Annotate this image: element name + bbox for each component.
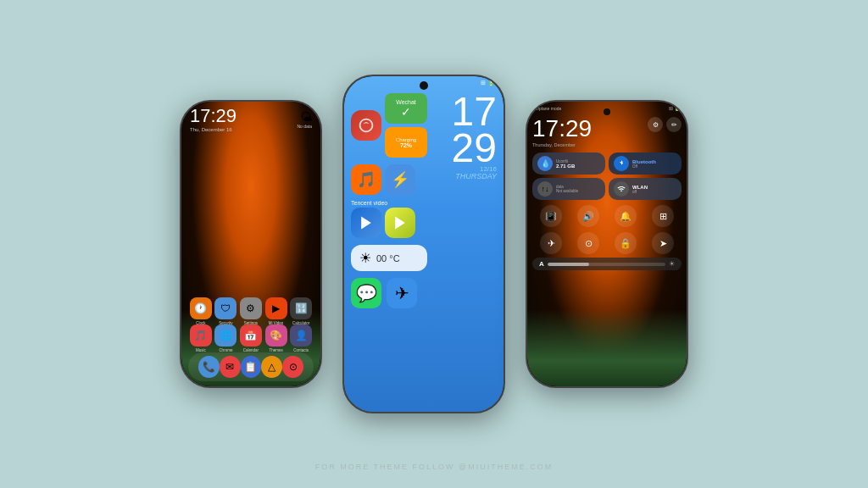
uconfii-tile[interactable]: 💧 Uconfii 2.71 GB [532, 152, 605, 175]
svg-marker-1 [395, 217, 405, 230]
app-themes[interactable]: 🎨 Themes [265, 324, 287, 352]
settings-icon: ⚙ [240, 297, 262, 319]
telegram-icon[interactable]: ✈ [387, 278, 417, 308]
left-status-bar: 17:29 Thu, December 16 🌤 No data [181, 102, 320, 134]
tencent-section: Tencent video [351, 200, 497, 238]
center-screen: ⊞ 🔋 Wechat ✓ [344, 76, 504, 412]
left-screen: 17:29 Thu, December 16 🌤 No data 🕐 Clock… [181, 102, 320, 386]
app-security[interactable]: 🛡 Security [214, 297, 236, 325]
dock-notes[interactable]: 📋 [241, 356, 262, 378]
app-settings[interactable]: ⚙ Settings [240, 297, 262, 325]
uconfii-icon: 💧 [537, 156, 553, 171]
widget-app-column: Wechat ✓ Charging 72% 🎵 ⚡ [351, 93, 447, 195]
center-status-bar: ⊞ 🔋 [481, 80, 495, 86]
watermark: FOR MORE THEME FOLLOW @MIUITHEME.COM [315, 463, 553, 471]
dock: 📞 ✉ 📋 △ ⊙ [188, 352, 314, 381]
data-icon: ↑↓ [537, 181, 553, 197]
app-blue[interactable]: ⚡ [385, 164, 415, 195]
quick-icons-row1: 📳 🔊 🔔 ⊞ [532, 205, 682, 227]
right-camera [604, 108, 610, 115]
weather-text: No data [297, 124, 312, 129]
app-calculator[interactable]: 🔢 Calculator [290, 297, 312, 325]
bluetooth-icon [614, 156, 629, 171]
app-orange[interactable]: 🎵 [351, 164, 381, 195]
center-widgets: Wechat ✓ Charging 72% 🎵 ⚡ [351, 93, 497, 308]
right-action-icons: ⚙ ✏ [648, 117, 682, 132]
screen-icon[interactable]: ⊞ [652, 205, 674, 227]
charging-widget[interactable]: Charging 72% [385, 127, 427, 158]
security-icon: 🛡 [214, 297, 236, 319]
right-control-panel: 17:29 Thursday, December ⚙ ✏ 💧 Uconfii 2… [532, 117, 682, 274]
tencent-icon-1[interactable] [351, 208, 381, 238]
right-status-icons: ⊞ 🔋 [669, 105, 680, 111]
location-icon[interactable]: ➤ [652, 232, 674, 254]
lock-icon[interactable]: 🔒 [615, 232, 637, 254]
right-screen: Airplane mode ⊞ 🔋 17:29 Thursday, Decemb… [527, 102, 687, 386]
app-clock[interactable]: 🕐 Clock [190, 297, 212, 325]
contacts-icon: 👤 [290, 324, 312, 347]
vibrate-icon[interactable]: 📳 [540, 205, 562, 227]
battery-right-icon: 🔋 [674, 105, 680, 111]
quick-icons-row2: ✈ ⊙ 🔒 ➤ [532, 232, 682, 254]
chrome-icon: 🌐 [214, 324, 236, 347]
brightness-bar[interactable] [548, 263, 665, 266]
wlan-sub: off [632, 190, 676, 194]
clock-icon: 🕐 [190, 297, 212, 319]
wlan-tile[interactable]: WLAN off [609, 178, 682, 200]
bluetooth-text: Bluetooth Off [632, 159, 676, 169]
airplane-icon[interactable]: ✈ [540, 232, 562, 254]
svg-marker-0 [361, 217, 371, 230]
data-sub: Not available [556, 189, 600, 193]
day-display: THURSDAY [452, 173, 497, 180]
dock-phone[interactable]: 📞 [198, 356, 220, 378]
left-date: Thu, December 16 [190, 127, 236, 132]
bell-icon[interactable]: 🔔 [615, 205, 637, 227]
data-tile[interactable]: ↑↓ data Not available [532, 178, 605, 200]
left-phone: 17:29 Thu, December 16 🌤 No data 🕐 Clock… [180, 100, 322, 388]
apps-row-1: 🕐 Clock 🛡 Security ⚙ Settings ▶ Mi Video… [181, 297, 320, 325]
right-date: Thursday, December [532, 142, 592, 147]
tencent-label: Tencent video [351, 200, 497, 206]
whatsapp-icon[interactable]: 💬 [351, 278, 381, 308]
signal-icon: ⊞ [669, 105, 673, 111]
weather-widget: ☀ 00 °C [351, 245, 427, 271]
dock-app4[interactable]: △ [261, 356, 282, 378]
center-phone: ⊞ 🔋 Wechat ✓ [342, 75, 505, 413]
app-music[interactable]: 🎵 Music [190, 324, 212, 352]
app-calendar[interactable]: 📅 Calendar [240, 324, 262, 352]
nfc-icon[interactable]: ⊙ [577, 232, 599, 254]
bluetooth-tile[interactable]: Bluetooth Off [609, 152, 682, 175]
wechat-label: Wechat [396, 99, 416, 105]
weather-icon: 🌤 [297, 110, 312, 124]
volume-icon[interactable]: 🔊 [577, 205, 599, 227]
right-time-row: 17:29 Thursday, December ⚙ ✏ [532, 117, 682, 147]
dock-messages[interactable]: ✉ [220, 356, 241, 378]
battery-icon: 🔋 [487, 80, 495, 86]
brightness-letter: A [539, 260, 544, 268]
wechat-widget[interactable]: Wechat ✓ [385, 93, 427, 124]
music-icon: 🎵 [190, 324, 212, 347]
bottom-apps: 💬 ✈ [351, 278, 497, 308]
app-mi-video[interactable]: ▶ Mi Video [265, 297, 287, 325]
app-icon-main[interactable] [351, 110, 381, 141]
brightness-sun-icon: ☀ [669, 260, 675, 268]
themes-icon: 🎨 [265, 324, 287, 347]
time-minutes: 29 [452, 130, 497, 166]
settings-action-icon[interactable]: ⚙ [648, 117, 663, 132]
weather-sun-icon: ☀ [359, 250, 371, 266]
brightness-fill [548, 263, 589, 266]
uconfii-value: 2.71 GB [556, 164, 600, 169]
wlan-text: WLAN off [632, 185, 676, 194]
data-text: data Not available [556, 185, 600, 193]
dock-app5[interactable]: ⊙ [282, 356, 303, 378]
apps-row-2: 🎵 Music 🌐 Chrome 📅 Calendar 🎨 Themes 👤 C… [181, 324, 320, 352]
left-weather-widget: 🌤 No data [297, 110, 312, 129]
left-time: 17:29 [190, 107, 236, 125]
app-contacts[interactable]: 👤 Contacts [290, 324, 312, 352]
calculator-icon: 🔢 [290, 297, 312, 319]
tencent-icon-2[interactable] [385, 208, 415, 238]
control-tiles: 💧 Uconfii 2.71 GB Bluetooth Off [532, 152, 682, 200]
edit-action-icon[interactable]: ✏ [666, 117, 682, 132]
weather-temp: 00 °C [376, 253, 400, 263]
app-chrome[interactable]: 🌐 Chrome [214, 324, 236, 352]
